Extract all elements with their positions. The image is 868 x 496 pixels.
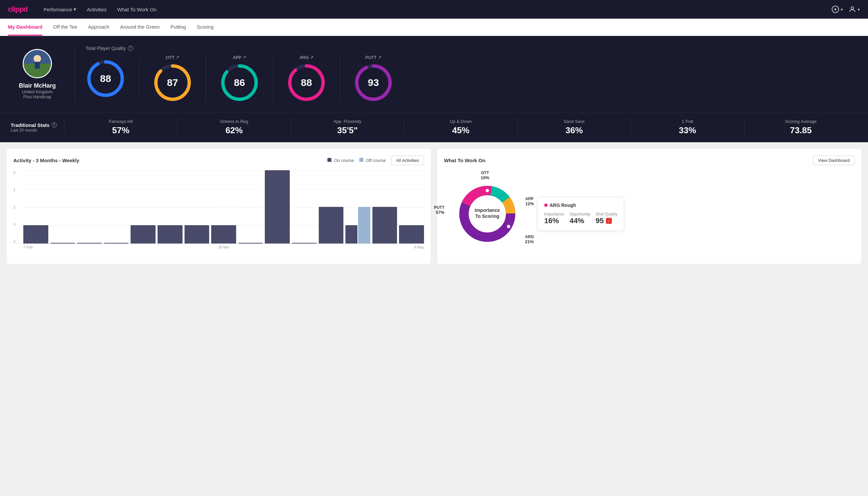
ring-app-value: 86 [234, 77, 245, 88]
bar-on [399, 225, 424, 244]
player-handicap: Plus Handicap [23, 94, 51, 99]
ring-arg-container: 88 [286, 63, 327, 103]
ring-arg: ARG ↗ 88 [273, 55, 340, 103]
bar-on [211, 225, 236, 244]
info-card-stats: Importance 16% Opportunity 44% Shot Qual… [544, 212, 617, 225]
brand-logo[interactable]: clippd [8, 5, 28, 14]
traditional-stats-label: Traditional Stats ? Last 20 rounds [11, 122, 64, 133]
ring-dot-right [507, 225, 510, 228]
subnav-approach[interactable]: Approach [88, 19, 109, 36]
svg-point-3 [851, 7, 854, 9]
stat-up-and-down: Up & Down 45% [404, 119, 517, 136]
bar-on [158, 225, 183, 244]
ring-app-label: APP ↗ [233, 55, 246, 60]
donut-chart-wrapper: OTT10% APP12% ARG21% PUTT57% [444, 171, 531, 257]
bar-group-14 [373, 207, 397, 244]
bar-group-7 [185, 225, 209, 244]
subnav-around-the-green[interactable]: Around the Green [120, 19, 160, 36]
subnav-putting[interactable]: Putting [171, 19, 186, 36]
subnav-off-the-tee[interactable]: Off the Tee [53, 19, 77, 36]
activity-chart-card: Activity - 3 Months - Weekly On course O… [7, 149, 431, 264]
stat-sand-save: Sand Save 36% [517, 119, 631, 136]
chart-legend: On course Off course [327, 158, 386, 163]
ring-overall: 88 [85, 59, 139, 98]
ring-overall-container: 88 [85, 59, 126, 98]
tpq-info-icon[interactable]: ? [128, 46, 133, 51]
ring-overall-value: 88 [100, 73, 111, 84]
x-label-feb: 7 Feb [23, 245, 157, 249]
bar-group-8 [211, 225, 236, 244]
nav-what-to-work-on[interactable]: What To Work On [117, 7, 157, 12]
legend-on-course-dot [327, 158, 331, 162]
player-info: Blair McHarg United Kingdom Plus Handica… [11, 49, 64, 99]
tpq-label: Total Player Quality ? [85, 46, 857, 51]
bar-on [104, 243, 129, 244]
trad-title: Traditional Stats ? [11, 122, 64, 128]
view-dashboard-button[interactable]: View Dashboard [813, 156, 855, 165]
legend-off-course-dot [359, 158, 363, 162]
bar-off [358, 207, 370, 244]
stats-bar: Traditional Stats ? Last 20 rounds Fairw… [0, 112, 868, 142]
ring-app-container: 86 [220, 63, 259, 103]
svg-point-6 [34, 55, 41, 62]
x-axis-labels: 7 Feb 28 Mar 9 May [13, 245, 424, 249]
donut-label-arg: ARG21% [525, 234, 534, 244]
stat-importance: Importance 16% [544, 212, 564, 225]
all-activities-button[interactable]: All Activities [391, 156, 424, 165]
what-to-work-on-card: What To Work On View Dashboard OTT10% AP… [437, 149, 861, 264]
bar-group-13 [345, 207, 370, 244]
trad-info-icon[interactable]: ? [52, 122, 57, 128]
x-label-mar: 28 Mar [157, 245, 290, 249]
subnav-scoring[interactable]: Scoring [196, 19, 214, 36]
bar-group-9 [238, 243, 263, 244]
svg-rect-7 [35, 62, 40, 68]
activity-chart-controls: On course Off course All Activities [327, 156, 424, 165]
ring-putt-value: 93 [368, 77, 379, 88]
ring-arg-label: ARG ↗ [299, 55, 313, 60]
bar-on [373, 207, 397, 244]
ring-ott-value: 87 [167, 77, 178, 88]
bar-on [185, 225, 209, 244]
bottom-section: Activity - 3 Months - Weekly On course O… [0, 142, 868, 270]
bar-group-15 [399, 225, 424, 244]
activity-chart-header: Activity - 3 Months - Weekly On course O… [13, 156, 424, 165]
hero-section: Blair McHarg United Kingdom Plus Handica… [0, 36, 868, 112]
bar-on [130, 225, 156, 244]
ring-putt: PUTT ↗ 93 [340, 55, 407, 103]
ring-ott: OTT ↗ 87 [139, 55, 206, 103]
trad-subtitle: Last 20 rounds [11, 128, 64, 133]
bar-group-11 [292, 243, 317, 244]
player-country: United Kingdom [22, 89, 53, 94]
bar-group-2 [50, 243, 75, 244]
stat-greens-in-reg: Greens In Reg 62% [177, 119, 290, 136]
user-menu-button[interactable]: ▾ [848, 5, 860, 13]
x-label-may: 9 May [290, 245, 424, 249]
subnav-my-dashboard[interactable]: My Dashboard [8, 19, 42, 36]
nav-performance[interactable]: Performance ▾ [44, 6, 76, 12]
info-card: ARG Rough Importance 16% Opportunity 44%… [537, 197, 624, 231]
stat-fairways-hit: Fairways Hit 57% [64, 119, 177, 136]
donut-label-app: APP12% [525, 197, 534, 206]
bar-on [345, 225, 358, 244]
add-button[interactable]: ▾ [831, 5, 843, 13]
y-axis-labels: 4 3 2 1 0 [13, 171, 15, 244]
svg-text:Importance: Importance [475, 207, 500, 213]
bar-group-3 [77, 243, 102, 244]
stat-1-putt: 1 Putt 33% [631, 119, 744, 136]
ring-ott-container: 87 [153, 63, 192, 103]
info-card-dot [544, 203, 548, 207]
nav-activities[interactable]: Activities [87, 7, 107, 12]
bar-on [292, 243, 317, 244]
donut-label-putt: PUTT57% [434, 205, 444, 215]
divider [75, 44, 75, 104]
chart-area: 4 3 2 1 0 [13, 171, 424, 244]
what-to-work-on-header: What To Work On View Dashboard [444, 156, 855, 165]
bar-group-10 [265, 170, 290, 244]
bar-on [238, 243, 263, 244]
ring-dot-top [486, 189, 489, 192]
bar-group-4 [104, 243, 129, 244]
donut-section: OTT10% APP12% ARG21% PUTT57% [444, 171, 855, 257]
bar-group-1 [23, 225, 48, 244]
what-to-work-on-title: What To Work On [444, 158, 485, 163]
bar-group-5 [130, 225, 156, 244]
